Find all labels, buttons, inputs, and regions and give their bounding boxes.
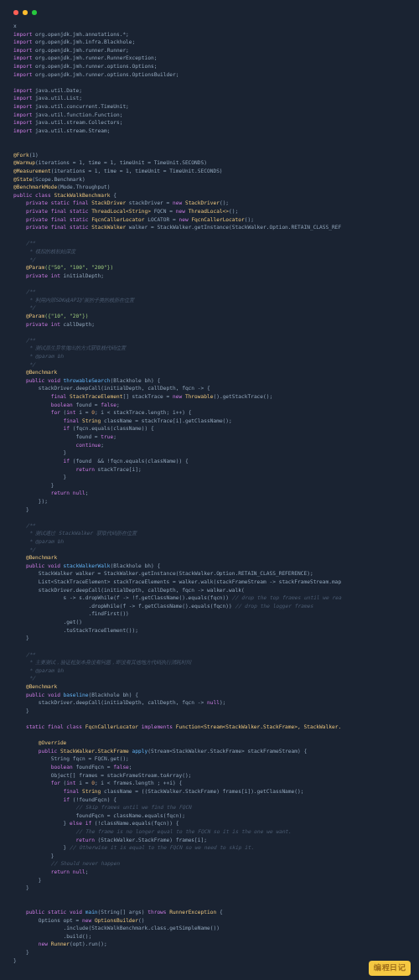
window-titlebar (13, 10, 406, 15)
close-icon[interactable] (13, 10, 18, 15)
minimize-icon[interactable] (23, 10, 28, 15)
maximize-icon[interactable] (32, 10, 37, 15)
code-block: x import org.openjdk.jmh.annotations.*; … (13, 22, 406, 964)
watermark-badge: 编程日记 (369, 961, 411, 976)
